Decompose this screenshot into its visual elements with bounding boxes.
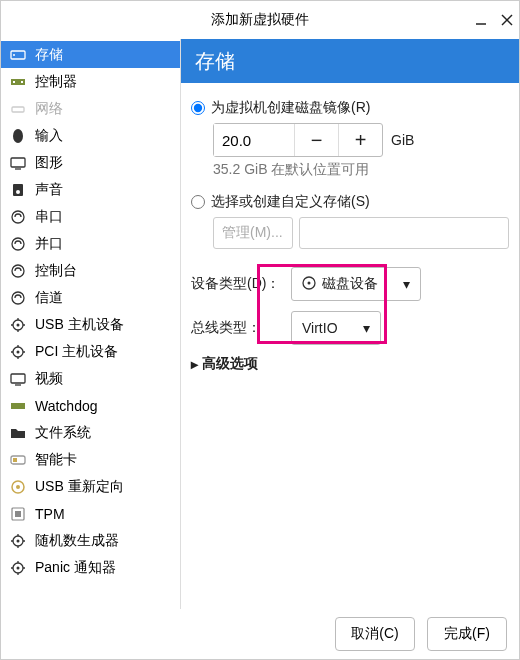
size-unit: GiB	[391, 132, 414, 148]
sidebar-item-filesystem[interactable]: 文件系统	[1, 419, 180, 446]
sidebar-item-label: USB 主机设备	[35, 316, 124, 334]
available-hint: 35.2 GiB 在默认位置可用	[213, 161, 509, 179]
chevron-down-icon: ▾	[363, 320, 370, 336]
sidebar-item-storage[interactable]: 存储	[1, 41, 180, 68]
radio-create-image-input[interactable]	[191, 101, 205, 115]
sidebar-item-smartcard[interactable]: 智能卡	[1, 446, 180, 473]
sidebar-item-label: 随机数生成器	[35, 532, 119, 550]
window-title: 添加新虚拟硬件	[211, 11, 309, 29]
svg-point-46	[17, 566, 20, 569]
sidebar-item-label: 并口	[35, 235, 63, 253]
svg-rect-30	[11, 374, 25, 383]
advanced-expander[interactable]: ▸ 高级选项	[191, 355, 509, 373]
svg-point-13	[16, 190, 20, 194]
sidebar-item-label: 控制台	[35, 262, 77, 280]
panic-icon	[9, 559, 27, 577]
sidebar-item-graphics[interactable]: 图形	[1, 149, 180, 176]
size-input[interactable]	[214, 124, 294, 156]
filesystem-icon	[9, 424, 27, 442]
svg-rect-6	[13, 81, 15, 83]
custom-path-input	[299, 217, 509, 249]
svg-point-4	[13, 54, 15, 56]
svg-point-15	[12, 238, 24, 250]
usb-host-icon	[9, 316, 27, 334]
sidebar-item-label: USB 重新定向	[35, 478, 124, 496]
sidebar-item-panic[interactable]: Panic 通知器	[1, 554, 180, 581]
sidebar-item-input[interactable]: 输入	[1, 122, 180, 149]
size-increment[interactable]: +	[339, 124, 382, 156]
sidebar-item-label: 存储	[35, 46, 63, 64]
sidebar-item-controller[interactable]: 控制器	[1, 68, 180, 95]
radio-custom-storage-label: 选择或创建自定义存储(S)	[211, 193, 370, 211]
sidebar-item-label: Panic 通知器	[35, 559, 116, 577]
controller-icon	[9, 73, 27, 91]
svg-point-36	[16, 485, 20, 489]
device-type-combo[interactable]: 磁盘设备 ▾	[291, 267, 421, 301]
bus-type-label: 总线类型：	[191, 319, 281, 337]
size-spinner[interactable]: − +	[213, 123, 383, 157]
storage-icon	[9, 46, 27, 64]
svg-point-9	[13, 129, 23, 143]
sidebar-item-pci-host[interactable]: PCI 主机设备	[1, 338, 180, 365]
size-decrement[interactable]: −	[295, 124, 338, 156]
cancel-button[interactable]: 取消(C)	[335, 617, 415, 651]
input-icon	[9, 127, 27, 145]
sidebar-item-label: 文件系统	[35, 424, 91, 442]
sidebar-item-label: 串口	[35, 208, 63, 226]
sidebar-item-video[interactable]: 视频	[1, 365, 180, 392]
parallel-icon	[9, 235, 27, 253]
advanced-label: 高级选项	[202, 355, 258, 373]
radio-create-image[interactable]: 为虚拟机创建磁盘镜像(R)	[191, 99, 509, 117]
sidebar-item-sound[interactable]: 声音	[1, 176, 180, 203]
sidebar-item-label: 图形	[35, 154, 63, 172]
close-icon[interactable]	[501, 14, 513, 26]
watchdog-icon	[9, 397, 27, 415]
sidebar-item-tpm[interactable]: TPM	[1, 500, 180, 527]
panel-title: 存储	[181, 39, 519, 83]
sidebar-item-label: PCI 主机设备	[35, 343, 118, 361]
channel-icon	[9, 289, 27, 307]
sidebar-item-usb-redir[interactable]: USB 重新定向	[1, 473, 180, 500]
smartcard-icon	[9, 451, 27, 469]
radio-create-image-label: 为虚拟机创建磁盘镜像(R)	[211, 99, 370, 117]
sidebar-item-serial[interactable]: 串口	[1, 203, 180, 230]
usb-redir-icon	[9, 478, 27, 496]
svg-rect-8	[12, 107, 24, 112]
sidebar-item-label: 视频	[35, 370, 63, 388]
sidebar-item-console[interactable]: 控制台	[1, 257, 180, 284]
minimize-icon[interactable]	[475, 14, 487, 26]
radio-custom-storage-input[interactable]	[191, 195, 205, 209]
sidebar-item-label: 声音	[35, 181, 63, 199]
svg-point-14	[12, 211, 24, 223]
svg-rect-10	[11, 158, 25, 167]
sidebar-item-network[interactable]: 网络	[1, 95, 180, 122]
sidebar-item-label: 网络	[35, 100, 63, 118]
svg-point-25	[17, 350, 20, 353]
sidebar-item-parallel[interactable]: 并口	[1, 230, 180, 257]
sidebar-item-watchdog[interactable]: Watchdog	[1, 392, 180, 419]
device-type-value: 磁盘设备	[322, 275, 378, 293]
svg-rect-32	[11, 403, 25, 409]
sidebar-item-usb-host[interactable]: USB 主机设备	[1, 311, 180, 338]
rng-icon	[9, 532, 27, 550]
radio-custom-storage[interactable]: 选择或创建自定义存储(S)	[191, 193, 509, 211]
svg-rect-38	[15, 511, 21, 517]
sidebar: 存储控制器网络输入图形声音串口并口控制台信道USB 主机设备PCI 主机设备视频…	[1, 39, 181, 609]
svg-point-16	[12, 265, 24, 277]
serial-icon	[9, 208, 27, 226]
tpm-icon	[9, 505, 27, 523]
finish-button[interactable]: 完成(F)	[427, 617, 507, 651]
graphics-icon	[9, 154, 27, 172]
sidebar-item-label: Watchdog	[35, 398, 98, 414]
footer: 取消(C) 完成(F)	[1, 609, 519, 659]
pci-host-icon	[9, 343, 27, 361]
sidebar-item-rng[interactable]: 随机数生成器	[1, 527, 180, 554]
sidebar-item-channel[interactable]: 信道	[1, 284, 180, 311]
bus-type-combo[interactable]: VirtIO ▾	[291, 311, 381, 345]
svg-point-52	[308, 281, 311, 284]
svg-rect-7	[21, 81, 23, 83]
video-icon	[9, 370, 27, 388]
sidebar-item-label: 输入	[35, 127, 63, 145]
svg-point-17	[12, 292, 24, 304]
manage-button	[213, 217, 293, 249]
